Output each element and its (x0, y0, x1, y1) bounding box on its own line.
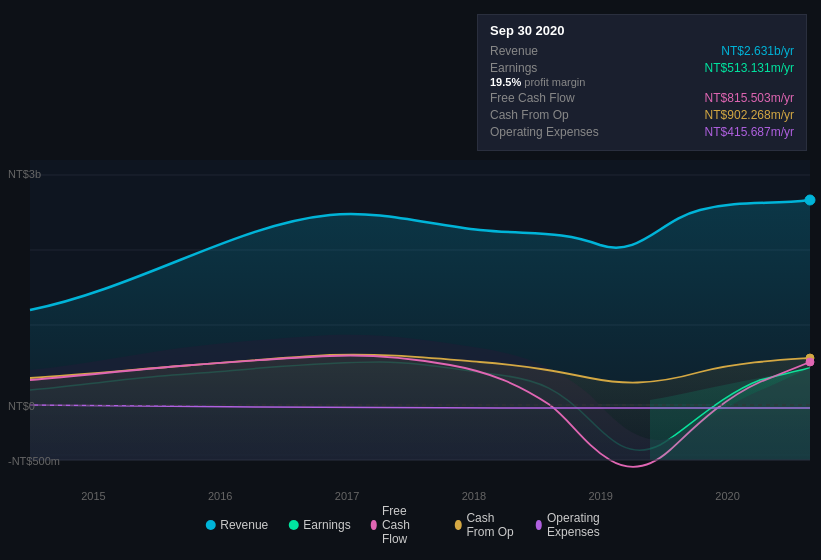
revenue-label: Revenue (490, 44, 610, 58)
x-label-2016: 2016 (208, 490, 232, 502)
op-expenses-value: NT$415.687m/yr (705, 125, 794, 139)
legend-revenue-label: Revenue (220, 518, 268, 532)
chart-legend: Revenue Earnings Free Cash Flow Cash Fro… (205, 504, 616, 546)
cash-from-op-value: NT$902.268m/yr (705, 108, 794, 122)
free-cash-dot (371, 520, 377, 530)
free-cash-row: Free Cash Flow NT$815.503m/yr (490, 91, 794, 105)
legend-earnings[interactable]: Earnings (288, 518, 350, 532)
free-cash-value: NT$815.503m/yr (705, 91, 794, 105)
op-expenses-dot (536, 520, 542, 530)
cash-from-op-row: Cash From Op NT$902.268m/yr (490, 108, 794, 122)
revenue-dot (205, 520, 215, 530)
legend-op-expenses-label: Operating Expenses (547, 511, 616, 539)
earnings-label: Earnings (490, 61, 610, 75)
svg-point-7 (805, 195, 815, 205)
svg-point-9 (806, 358, 814, 366)
cash-op-dot (455, 520, 461, 530)
x-label-2017: 2017 (335, 490, 359, 502)
earnings-dot (288, 520, 298, 530)
legend-op-expenses[interactable]: Operating Expenses (536, 511, 616, 539)
profit-margin-row: 19.5% profit margin (490, 76, 794, 88)
legend-cash-op[interactable]: Cash From Op (455, 511, 516, 539)
op-expenses-label: Operating Expenses (490, 125, 610, 139)
profit-margin-pct: 19.5% (490, 76, 521, 88)
info-tooltip: Sep 30 2020 Revenue NT$2.631b/yr Earning… (477, 14, 807, 151)
profit-margin-text: profit margin (521, 76, 585, 88)
y-label-neg: -NT$500m (8, 455, 60, 467)
legend-cash-op-label: Cash From Op (466, 511, 515, 539)
revenue-value: NT$2.631b/yr (721, 44, 794, 58)
x-label-2015: 2015 (81, 490, 105, 502)
legend-revenue[interactable]: Revenue (205, 518, 268, 532)
legend-free-cash-label: Free Cash Flow (382, 504, 435, 546)
tooltip-date: Sep 30 2020 (490, 23, 794, 38)
op-expenses-row: Operating Expenses NT$415.687m/yr (490, 125, 794, 139)
x-label-2019: 2019 (588, 490, 612, 502)
x-label-2020: 2020 (715, 490, 739, 502)
free-cash-label: Free Cash Flow (490, 91, 610, 105)
legend-earnings-label: Earnings (303, 518, 350, 532)
legend-free-cash[interactable]: Free Cash Flow (371, 504, 435, 546)
earnings-value: NT$513.131m/yr (705, 61, 794, 75)
earnings-row: Earnings NT$513.131m/yr (490, 61, 794, 75)
cash-from-op-label: Cash From Op (490, 108, 610, 122)
x-axis-labels: 2015 2016 2017 2018 2019 2020 (0, 490, 821, 502)
revenue-row: Revenue NT$2.631b/yr (490, 44, 794, 58)
x-label-2018: 2018 (462, 490, 486, 502)
y-label-top: NT$3b (8, 168, 41, 180)
y-label-mid: NT$0 (8, 400, 35, 412)
chart-container: NT$3b NT$0 -NT$500m 2015 2016 2017 2018 … (0, 0, 821, 560)
